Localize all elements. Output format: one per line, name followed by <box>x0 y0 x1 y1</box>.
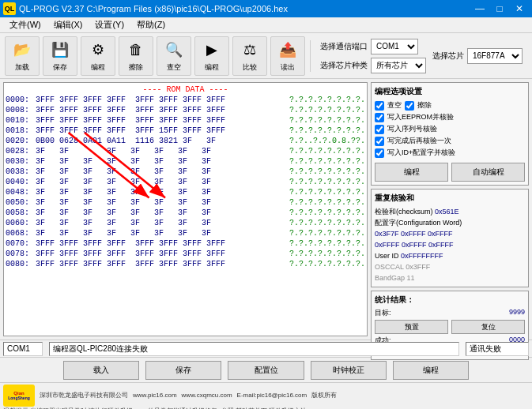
checkbox-row-2: 写入EEPROM并核验 <box>375 112 525 122</box>
load-button[interactable]: 📂 加载 <box>5 36 40 76</box>
table-row: 0058: 3F 3F 3F 3F 3F 3F 3F 3F ?.?.?.?.?.… <box>6 208 365 218</box>
checksum-row-1: 检验和(checksum) 0x561E <box>375 206 525 217</box>
blank-icon: 🔍 <box>163 39 185 61</box>
chip-combos: 选择芯片 16F877A <box>432 48 523 64</box>
window-title: QL-PROG V2.37 C:\Program Files (x86)\pic… <box>19 4 288 13</box>
preview-button[interactable]: 预置 <box>375 320 448 334</box>
toolbar-combos: 选择通信端口 COM1 选择芯片种类 所有芯片 <box>320 39 426 73</box>
stats-target: 目标: 9999 <box>375 308 525 318</box>
checksum-row-7: BandGap 11 <box>375 272 525 283</box>
table-row: 0010: 3FFF 3FFF 3FFF 3FFF 3FFF 3FFF 3FFF… <box>6 115 365 126</box>
options-title: 编程选项设置 <box>375 86 525 97</box>
compare-button[interactable]: ⚖ 比较 <box>232 36 267 76</box>
check-eeprom[interactable] <box>375 113 384 122</box>
right-panel: 编程选项设置 查空 擦除 写入EEPROM并核验 写入序列号核验 写完成后再核验… <box>371 82 529 336</box>
table-row: 0048: 3F 3F 3F 3F 3F 3F 3F 3F ?.?.?.?.?.… <box>6 187 365 197</box>
checksum-row-4: 0xFFFF 0xFFFF 0xFFFF <box>375 239 525 250</box>
close-button[interactable]: ✕ <box>510 2 529 16</box>
table-row: 0050: 3F 3F 3F 3F 3F 3F 3F 3F ?.?.?.?.?.… <box>6 197 365 208</box>
check-serial[interactable] <box>375 125 384 134</box>
table-row: 0040: 3F 3F 3F 3F 3F 3F 3F 3F ?.?.?.?.?.… <box>6 177 365 187</box>
status-comm: 通讯失败 <box>466 342 529 356</box>
footer-website2: www.cxqmcu.com <box>182 391 232 400</box>
footer-copyright: 版权所有 <box>311 391 337 400</box>
erase-button[interactable]: 🗑 擦除 <box>119 36 153 76</box>
table-row: 0008: 3FFF 3FFF 3FFF 3FFF 3FFF 3FFF 3FFF… <box>6 105 365 115</box>
port-label: 选择通信端口 <box>320 41 368 52</box>
blank-check-button[interactable]: 🔍 查空 <box>157 36 191 76</box>
checksum-row-3: 0x3F7F 0xFFFF 0xFFFF <box>375 228 525 239</box>
chip-select[interactable]: 16F877A <box>467 48 523 64</box>
table-row: 0030: 3F 3F 3F 3F 3F 3F 3F 3F ?.?.?.?.?.… <box>6 156 365 167</box>
checkbox-row-3: 写入序列号核验 <box>375 124 525 134</box>
port-select[interactable]: COM1 <box>371 39 418 54</box>
checkbox-row-5: 写入ID+配置字并核验 <box>375 148 525 158</box>
burn-button[interactable]: ▶ 编程 <box>194 36 229 76</box>
read-icon: 📤 <box>277 39 299 61</box>
check-blank[interactable] <box>375 101 384 111</box>
read-button[interactable]: 📤 读出 <box>270 36 305 76</box>
checksum-box: 重复核验和 检验和(checksum) 0x561E 配置字(Configura… <box>371 189 529 287</box>
table-row: 0080: 3FFF 3FFF 3FFF 3FFF 3FFF 3FFF 3FFF… <box>6 259 365 269</box>
bottom-save-button[interactable]: 保存 <box>145 361 221 380</box>
save-icon: 💾 <box>49 39 71 61</box>
main-area: ---- ROM DATA ---- 0000: 3FFF 3FFF 3FFF … <box>0 79 532 340</box>
status-programmer: 编程器QL-PIC280连接失败 <box>49 342 459 356</box>
menu-bar: 文件(W) 编辑(X) 设置(Y) 帮助(Z) <box>0 17 532 33</box>
table-row: 0070: 3FFF 3FFF 3FFF 3FFF 3FFF 3FFF 3FFF… <box>6 238 365 249</box>
menu-edit[interactable]: 编辑(X) <box>47 17 89 32</box>
compare-icon: ⚖ <box>239 39 261 61</box>
prog-buttons: 编程 自动编程 <box>375 163 525 182</box>
stats-title: 统计结果： <box>375 295 525 306</box>
footer-email: E-mail:pic16@pic16.com <box>237 391 308 400</box>
bottom-load-button[interactable]: 载入 <box>63 361 139 380</box>
bottom-clock-button[interactable]: 时钟校正 <box>311 361 387 380</box>
menu-help[interactable]: 帮助(Z) <box>130 17 172 32</box>
auto-program-button[interactable]: 自动编程 <box>451 163 525 182</box>
load-icon: 📂 <box>11 39 33 61</box>
hex-content[interactable]: ---- ROM DATA ---- 0000: 3FFF 3FFF 3FFF … <box>4 83 367 336</box>
checksum-row-6: OSCCAL 0x3FFF <box>375 261 525 272</box>
status-port: COM1 <box>3 342 43 356</box>
bottom-toolbar: 载入 保存 配置位 时钟校正 编程 <box>0 357 532 382</box>
chip-type-label: 选择芯片种类 <box>320 60 368 71</box>
reset-button[interactable]: 复位 <box>451 320 525 334</box>
footer-logo: Qian LongSheng <box>3 385 35 407</box>
menu-settings[interactable]: 设置(Y) <box>89 17 130 32</box>
table-row: 0018: 3FFF 3FFF 3FFF 3FFF 3FFF 15FF 3FFF… <box>6 126 365 136</box>
save-button[interactable]: 💾 保存 <box>43 36 77 76</box>
minimize-button[interactable]: — <box>470 2 489 16</box>
app-icon: QL <box>3 2 16 15</box>
checksum-row-2: 配置字(Configuration Word) <box>375 217 525 228</box>
table-row: 0038: 3F 3F 3F 3F 3F 3F 3F 3F ?.?.?.?.?.… <box>6 167 365 177</box>
chip-type-select[interactable]: 所有芯片 <box>371 58 426 73</box>
title-bar: QL QL-PROG V2.37 C:\Program Files (x86)\… <box>0 0 532 17</box>
footer-website1: www.pic16.com <box>133 391 177 400</box>
table-row: 0000: 3FFF 3FFF 3FFF 3FFF 3FFF 3FFF 3FFF… <box>6 95 365 105</box>
checksum-row-5: User ID 0xFFFFFFFF <box>375 250 525 261</box>
options-box: 编程选项设置 查空 擦除 写入EEPROM并核验 写入序列号核验 写完成后再核验… <box>371 82 529 186</box>
check-erase[interactable] <box>405 101 414 111</box>
menu-file[interactable]: 文件(W) <box>3 17 47 32</box>
checkbox-row-4: 写完成后再核验一次 <box>375 136 525 146</box>
maximize-button[interactable]: □ <box>490 2 509 16</box>
program-chip-button[interactable]: 编程 <box>375 163 448 182</box>
hex-header: ---- ROM DATA ---- <box>6 84 365 95</box>
bottom-config-button[interactable]: 配置位 <box>228 361 304 380</box>
footer: Qian LongSheng 深圳市乾龙盛电子科技有限公司 www.pic16.… <box>0 382 532 409</box>
burn-icon: ▶ <box>201 39 223 61</box>
checkbox-row-1: 查空 擦除 <box>375 100 525 111</box>
toolbar-separator <box>310 40 311 72</box>
table-row: 0060: 3F 3F 3F 3F 3F 3F 3F 3F ?.?.?.?.?.… <box>6 218 365 228</box>
table-row: 0078: 3FFF 3FFF 3FFF 3FFF 3FFF 3FFF 3FFF… <box>6 249 365 259</box>
status-bar: COM1 编程器QL-PIC280连接失败 通讯失败 <box>0 340 532 357</box>
check-id[interactable] <box>375 148 384 158</box>
bottom-program-button[interactable]: 编程 <box>393 361 469 380</box>
table-row: 0068: 3F 3F 3F 3F 3F 3F 3F 3F ?.?.?.?.?.… <box>6 228 365 238</box>
toolbar: 📂 加载 💾 保存 ⚙ 编程 🗑 擦除 🔍 查空 ▶ 编程 ⚖ 比较 📤 读出 … <box>0 33 532 79</box>
check-verify[interactable] <box>375 137 384 146</box>
program-button[interactable]: ⚙ 编程 <box>81 36 115 76</box>
erase-icon: 🗑 <box>125 39 147 61</box>
table-row: 0020: 0B00 0628 0A01 0A11 1116 3821 3F 3… <box>6 136 365 146</box>
table-row: 0028: 3F 3F 3F 3F 3F 3F 3F ?.?.?.?.?.?.?… <box>6 146 365 156</box>
